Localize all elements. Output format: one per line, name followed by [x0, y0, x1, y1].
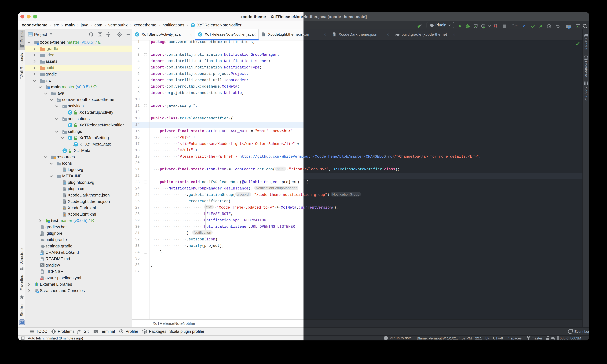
svg-text:<>: <> [63, 214, 66, 216]
svg-text:MD: MD [40, 259, 43, 261]
svg-text:C: C [69, 123, 71, 127]
svg-text:C: C [199, 33, 201, 36]
svg-text:{}: {} [262, 34, 265, 36]
svg-text:{}: {} [63, 201, 66, 204]
svg-text:C: C [136, 33, 138, 36]
svg-text:MD: MD [40, 253, 43, 255]
svg-text:{}: {} [333, 34, 335, 36]
svg-text:{}: {} [63, 195, 66, 197]
svg-text:YML: YML [40, 278, 43, 280]
svg-text:C: C [192, 23, 194, 27]
svg-text:C: C [63, 149, 66, 152]
svg-text:C: C [75, 143, 77, 146]
svg-text:C: C [69, 111, 71, 114]
svg-text:<>: <> [63, 207, 66, 210]
svg-text:C: C [69, 136, 71, 140]
